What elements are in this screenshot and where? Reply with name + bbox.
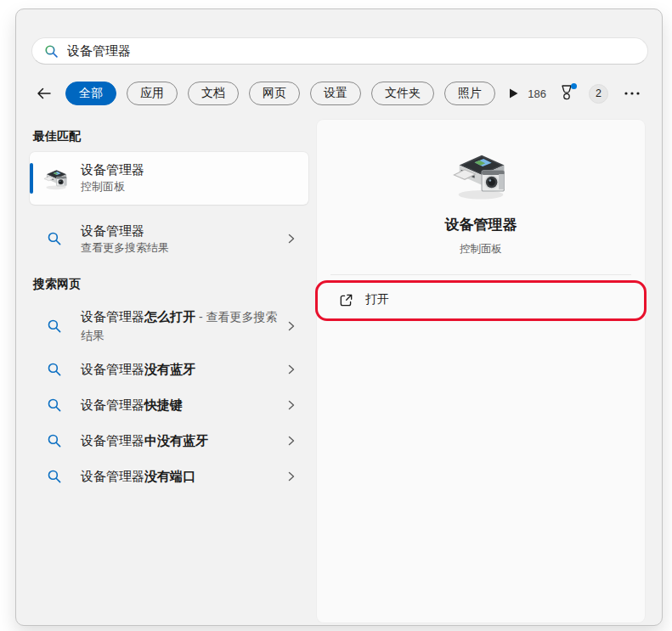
chevron-right-icon [286, 436, 296, 446]
best-match-result[interactable]: 设备管理器 控制面板 [30, 152, 308, 205]
search-flyout-window: 全部 应用 文档 网页 设置 文件夹 照片 186 [15, 8, 663, 626]
tab-photos[interactable]: 照片 [444, 82, 495, 105]
web-suggestion-row[interactable]: 设备管理器快捷键 [30, 387, 308, 423]
play-triangle-icon [509, 88, 518, 99]
suggestion-bold: 中没有蓝牙 [144, 433, 208, 448]
filter-tabs: 全部 应用 文档 网页 设置 文件夹 照片 [65, 82, 495, 105]
tab-web[interactable]: 网页 [249, 82, 300, 105]
best-match-text: 设备管理器 控制面板 [81, 161, 144, 195]
preview-panel: 设备管理器 控制面板 打开 [317, 120, 645, 623]
suggestion-prefix: 设备管理器 [81, 433, 144, 448]
preview-title: 设备管理器 [317, 215, 645, 234]
suggestion-bold: 快捷键 [144, 397, 183, 412]
rewards-points: 186 [528, 87, 546, 100]
search-web-header: 搜索网页 [33, 277, 81, 292]
web-suggestion-row[interactable]: 设备管理器怎么打开 - 查看更多搜索结果 [30, 302, 308, 350]
result-title: 设备管理器 [81, 222, 286, 239]
suggestion-text: 设备管理器没有端口 [81, 467, 286, 486]
rewards-trophy-icon[interactable] [559, 84, 576, 103]
search-icon [47, 318, 62, 334]
tab-documents[interactable]: 文档 [188, 82, 239, 105]
suggestion-text: 设备管理器没有蓝牙 [81, 360, 286, 379]
back-arrow-icon [37, 87, 52, 100]
tab-settings[interactable]: 设置 [310, 82, 361, 105]
back-button[interactable] [31, 82, 57, 105]
suggestion-prefix: 设备管理器 [81, 397, 144, 412]
result-title: 设备管理器 [81, 161, 144, 178]
tab-label: 文件夹 [385, 86, 421, 101]
suggestion-bold: 没有端口 [144, 469, 195, 483]
search-icon [47, 362, 62, 377]
chevron-right-icon [286, 400, 296, 410]
web-suggestion-row[interactable]: 设备管理器中没有蓝牙 [30, 423, 308, 459]
tab-label: 设置 [324, 86, 347, 101]
suggestion-prefix: 设备管理器 [81, 309, 144, 324]
best-match-header: 最佳匹配 [33, 129, 81, 144]
tab-label: 全部 [79, 86, 103, 101]
tab-folders[interactable]: 文件夹 [371, 82, 434, 105]
chevron-right-icon [286, 321, 296, 331]
badge-count: 2 [596, 87, 601, 99]
search-icon [47, 397, 62, 413]
tab-label: 网页 [263, 86, 286, 101]
suggestion-prefix: 设备管理器 [81, 469, 144, 483]
search-icon [44, 44, 59, 59]
suggestion-text: 设备管理器怎么打开 - 查看更多搜索结果 [81, 307, 286, 345]
preview-subtitle: 控制面板 [317, 242, 645, 256]
result-subtitle: 控制面板 [81, 178, 144, 195]
ellipsis-icon [624, 92, 640, 95]
search-bar[interactable] [31, 37, 648, 65]
open-label: 打开 [365, 292, 389, 307]
tab-label: 照片 [458, 86, 482, 101]
suggestion-text: 设备管理器中没有蓝牙 [81, 431, 286, 450]
suggestion-bold: 怎么打开 [144, 309, 195, 324]
search-icon [47, 433, 62, 448]
chevron-right-icon [286, 364, 296, 375]
open-action-button[interactable]: 打开 [320, 281, 641, 318]
see-more-results-row[interactable]: 设备管理器 查看更多搜索结果 [30, 213, 308, 264]
notification-count-badge[interactable]: 2 [589, 84, 608, 104]
search-icon [47, 469, 62, 484]
more-options-button[interactable] [621, 92, 643, 95]
tabs-overflow-button[interactable] [509, 88, 518, 99]
web-suggestion-row[interactable]: 设备管理器没有蓝牙 [30, 352, 308, 387]
rewards-notification-dot [571, 83, 577, 89]
tab-all[interactable]: 全部 [65, 82, 116, 105]
result-subtitle: 查看更多搜索结果 [81, 239, 286, 256]
tab-apps[interactable]: 应用 [127, 82, 178, 105]
tab-label: 应用 [140, 86, 164, 101]
divider [330, 274, 631, 275]
suggestion-text: 设备管理器快捷键 [81, 396, 286, 414]
filter-toolbar: 全部 应用 文档 网页 设置 文件夹 照片 186 [31, 81, 648, 106]
device-manager-icon-large [449, 145, 513, 203]
selection-accent-bar [30, 163, 33, 194]
web-suggestion-row[interactable]: 设备管理器没有端口 [30, 459, 308, 494]
search-input[interactable] [67, 44, 635, 59]
screenshot-stage: 全部 应用 文档 网页 设置 文件夹 照片 186 [0, 0, 672, 631]
chevron-right-icon [286, 234, 296, 244]
chevron-right-icon [286, 471, 296, 482]
see-more-text: 设备管理器 查看更多搜索结果 [81, 222, 286, 256]
suggestion-prefix: 设备管理器 [81, 362, 144, 376]
tab-label: 文档 [201, 86, 225, 101]
search-icon [47, 231, 62, 246]
toolbar-right-cluster: 186 2 [528, 81, 643, 106]
external-link-icon [339, 293, 353, 307]
suggestion-bold: 没有蓝牙 [144, 362, 195, 376]
device-manager-icon [42, 166, 71, 191]
